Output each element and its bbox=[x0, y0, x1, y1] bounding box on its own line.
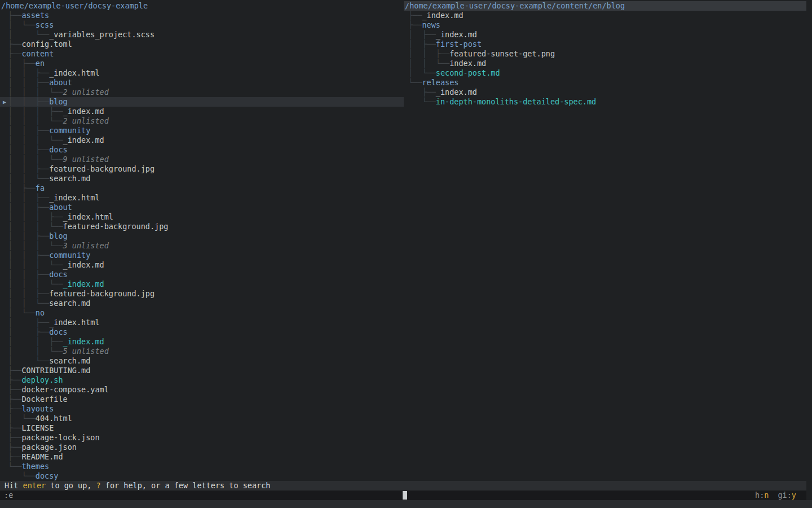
tree-branch-lines: └── bbox=[408, 97, 436, 106]
tree-row-dir-layouts[interactable]: ├──layouts bbox=[0, 404, 404, 414]
tree-row-dir-fa[interactable]: │ ├──fa bbox=[0, 183, 404, 193]
tree-row--index-html[interactable]: │ │ ├──_index.html bbox=[0, 193, 404, 203]
tree-row-dir-no[interactable]: │ └──no bbox=[0, 308, 404, 318]
file-name: Dockerfile bbox=[21, 395, 67, 404]
tree-row-index-md[interactable]: │ │ └──index.md bbox=[404, 59, 806, 68]
file-name: CONTRIBUTING.md bbox=[21, 366, 90, 375]
tree-row-deploy-sh[interactable]: ├──deploy.sh bbox=[0, 375, 404, 385]
tree-row--variables-project-scss[interactable]: │ └──_variables_project.scss bbox=[0, 30, 404, 40]
tree-row-in-depth-monoliths-detailed-spec-md[interactable]: └──in-depth-monoliths-detailed-spec.md bbox=[404, 97, 806, 107]
tree-row--index-html[interactable]: │ ├──_index.html bbox=[0, 318, 404, 327]
tree-row--index-html[interactable]: │ │ │ ├──_index.html bbox=[0, 212, 404, 222]
tree-row-dir-first-post[interactable]: │ ├──first-post bbox=[404, 40, 806, 49]
tree-row-404-html[interactable]: │ └──404.html bbox=[0, 414, 404, 423]
tree-row-package-lock-json[interactable]: ├──package-lock.json bbox=[0, 433, 404, 443]
dir-name: community bbox=[49, 126, 90, 135]
tree-row-dir-about[interactable]: │ │ ├──about bbox=[0, 78, 404, 87]
tree-branch-lines: │ │ ├── bbox=[8, 145, 49, 154]
tree-row-docker-compose-yaml[interactable]: ├──docker-compose.yaml bbox=[0, 385, 404, 395]
tree-row-dir-assets[interactable]: ├──assets bbox=[0, 11, 404, 20]
tree-row-9-unlisted[interactable]: │ │ │ └──9 unlisted bbox=[0, 155, 404, 164]
tree-row-featured-background-jpg[interactable]: │ │ │ └──featured-background.jpg bbox=[0, 222, 404, 231]
tree-branch-lines: │ │ ├── bbox=[8, 203, 49, 212]
tree-row--index-md[interactable]: │ │ │ └──_index.md bbox=[0, 135, 404, 145]
file-name: deploy.sh bbox=[21, 375, 63, 384]
file-name: _index.md bbox=[436, 30, 477, 39]
tree-row--index-md[interactable]: │ │ ├──_index.md bbox=[0, 337, 404, 347]
tree-branch-lines: ├── bbox=[8, 423, 21, 432]
tree-row--index-md[interactable]: ├──_index.md bbox=[404, 11, 806, 20]
tree-row--index-md[interactable]: │ │ │ └──_index.md bbox=[0, 279, 404, 289]
tree-branch-lines: │ │ ├── bbox=[8, 270, 49, 279]
file-name: _index.md bbox=[63, 260, 104, 269]
flag-gi: gi:y bbox=[778, 491, 796, 500]
tree-row-readme-md[interactable]: ├──README.md bbox=[0, 452, 404, 462]
file-name: featured-background.jpg bbox=[63, 222, 169, 231]
tree-row-search-md[interactable]: │ └──search.md bbox=[0, 356, 404, 366]
tree-row--index-md[interactable]: │ ├──_index.md bbox=[404, 30, 806, 40]
file-name: package-lock.json bbox=[21, 433, 99, 442]
tree-row-dir-themes[interactable]: └──themes bbox=[0, 462, 404, 471]
tree-row-dir-releases[interactable]: └──releases bbox=[404, 78, 806, 87]
dir-name: blog bbox=[49, 231, 68, 240]
mode-flags: h:ngi:y bbox=[746, 491, 796, 500]
tree-row-dir-news[interactable]: ├──news bbox=[404, 20, 806, 30]
tree-row-dir-community[interactable]: │ │ ├──community bbox=[0, 251, 404, 260]
tree-branch-lines: │ │ │ └── bbox=[8, 241, 63, 250]
tree-row-featured-background-jpg[interactable]: │ │ ├──featured-background.jpg bbox=[0, 164, 404, 174]
file-name: search.md bbox=[49, 174, 90, 183]
dir-name: docs bbox=[49, 270, 68, 279]
file-name: _index.md bbox=[63, 337, 104, 346]
tree-row-5-unlisted[interactable]: │ │ └──5 unlisted bbox=[0, 347, 404, 356]
tree-branch-lines: │ │ │ └── bbox=[8, 222, 63, 231]
tree-branch-lines: │ │ └── bbox=[8, 174, 49, 183]
tree-row--index-html[interactable]: │ │ ├──_index.html bbox=[0, 68, 404, 78]
tree-branch-lines: │ │ ├── bbox=[8, 251, 49, 260]
unlisted-count: 9 unlisted bbox=[63, 155, 109, 164]
tree-row--index-md[interactable]: │ │ │ └──_index.md bbox=[0, 260, 404, 270]
tree-row-dir-docs[interactable]: │ ├──docs bbox=[0, 327, 404, 337]
tree-row-featured-background-jpg[interactable]: │ │ ├──featured-background.jpg bbox=[0, 289, 404, 299]
file-name: LICENSE bbox=[21, 423, 54, 432]
tree-row-featured-sunset-get-png[interactable]: │ │ ├──featured-sunset-get.png bbox=[404, 49, 806, 59]
tree-branch-lines: │ │ │ ├── bbox=[8, 212, 63, 221]
tree-row-dockerfile[interactable]: ├──Dockerfile bbox=[0, 395, 404, 404]
tree-row-second-post-md[interactable]: │ └──second-post.md bbox=[404, 68, 806, 78]
tree-branch-lines: └── bbox=[8, 462, 21, 471]
tree-row-dir-blog[interactable]: │ │ ├──blog bbox=[0, 231, 404, 241]
tree-row-dir-en[interactable]: │ ├──en bbox=[0, 59, 404, 68]
tree-row-search-md[interactable]: │ │ └──search.md bbox=[0, 299, 404, 308]
tree-row-dir-scss[interactable]: │ └──scss bbox=[0, 20, 404, 30]
tree-row-dir-community[interactable]: │ │ ├──community bbox=[0, 126, 404, 135]
tree-row-contributing-md[interactable]: ├──CONTRIBUTING.md bbox=[0, 366, 404, 375]
tree-row-3-unlisted[interactable]: │ │ │ └──3 unlisted bbox=[0, 241, 404, 251]
tree-row-config-toml[interactable]: ├──config.toml bbox=[0, 40, 404, 49]
tree-branch-lines: │ │ ├── bbox=[8, 337, 63, 346]
dir-name: docs bbox=[49, 327, 68, 336]
tree-branch-lines: │ │ ├── bbox=[8, 78, 49, 87]
input-bar[interactable]: :e h:ngi:y bbox=[0, 491, 806, 500]
tree-row-search-md[interactable]: │ │ └──search.md bbox=[0, 174, 404, 183]
tree-row-2-unlisted[interactable]: │ │ │ └──2 unlisted bbox=[0, 116, 404, 126]
tree-row-2-unlisted[interactable]: │ │ │ └──2 unlisted bbox=[0, 87, 404, 97]
tree-branch-lines: │ │ ├── bbox=[8, 126, 49, 135]
tree-row--index-md[interactable]: │ │ │ ├──_index.md bbox=[0, 107, 404, 116]
file-name: _index.md bbox=[63, 279, 104, 288]
tree-row-package-json[interactable]: ├──package.json bbox=[0, 443, 404, 452]
tree-branch-lines: │ │ └── bbox=[8, 347, 63, 356]
file-name: _index.html bbox=[49, 193, 99, 202]
tree-row-dir-content[interactable]: ├──content bbox=[0, 49, 404, 59]
tree-row-dir-blog[interactable]: ▶│ │ ├──blog bbox=[0, 97, 404, 107]
flag-value: y bbox=[792, 491, 796, 500]
tree-row-dir-about[interactable]: │ │ ├──about bbox=[0, 203, 404, 212]
tree-branch-lines: └── bbox=[8, 471, 36, 480]
tree-row-dir-docsy[interactable]: └──docsy bbox=[0, 471, 404, 481]
tree-branch-lines: ├── bbox=[408, 20, 422, 29]
dir-name: fa bbox=[36, 183, 45, 192]
tree-row--index-md[interactable]: ├──_index.md bbox=[404, 87, 806, 97]
tree-branch-lines: │ │ ├── bbox=[8, 231, 49, 240]
tree-row-license[interactable]: ├──LICENSE bbox=[0, 423, 404, 433]
command-input[interactable]: :e bbox=[4, 491, 13, 500]
tree-row-dir-docs[interactable]: │ │ ├──docs bbox=[0, 270, 404, 279]
tree-row-dir-docs[interactable]: │ │ ├──docs bbox=[0, 145, 404, 155]
